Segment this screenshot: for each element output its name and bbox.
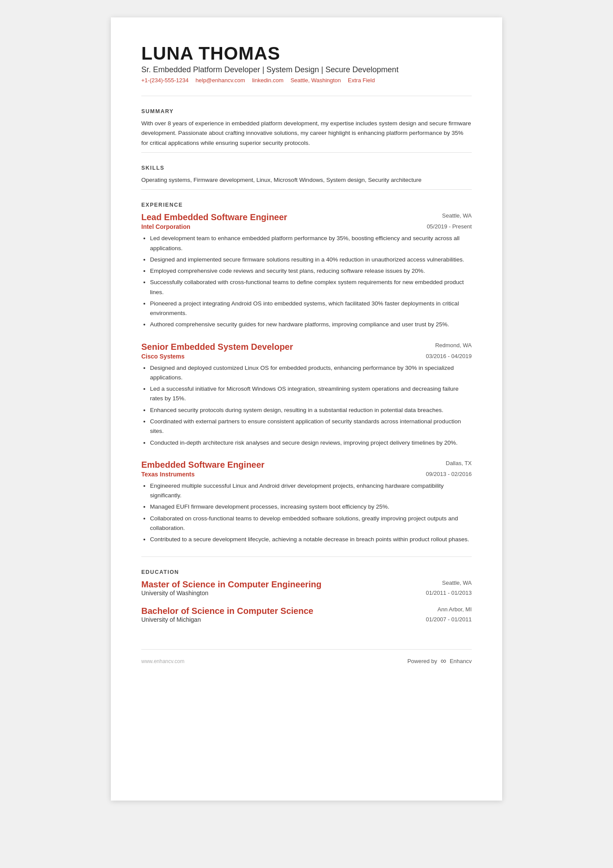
edu-2-degree: Bachelor of Science in Computer Science bbox=[141, 606, 313, 616]
bullet: Employed comprehensive code reviews and … bbox=[150, 266, 472, 276]
bullet: Conducted in-depth architecture risk ana… bbox=[150, 438, 472, 448]
job-3-title: Embedded Software Engineer bbox=[141, 460, 264, 470]
footer-logo: Powered by ∞ Enhancv bbox=[407, 657, 472, 666]
job-1-dates: 05/2019 - Present bbox=[427, 223, 472, 230]
edu-1-degree: Master of Science in Computer Engineerin… bbox=[141, 580, 322, 590]
edu-1-school: University of Washington bbox=[141, 590, 208, 597]
job-3-dates: 09/2013 - 02/2016 bbox=[426, 471, 472, 477]
bullet: Pioneered a project integrating Android … bbox=[150, 299, 472, 318]
job-3-company: Texas Instruments bbox=[141, 471, 195, 478]
edu-1: Master of Science in Computer Engineerin… bbox=[141, 580, 472, 597]
edu-2-school: University of Michigan bbox=[141, 616, 201, 623]
job-3: Embedded Software Engineer Dallas, TX Te… bbox=[141, 460, 472, 545]
summary-section: SUMMARY With over 8 years of experience … bbox=[141, 108, 472, 148]
linkedin: linkedin.com bbox=[252, 77, 283, 84]
resume-page: LUNA THOMAS Sr. Embedded Platform Develo… bbox=[111, 17, 502, 801]
location: Seattle, Washington bbox=[290, 77, 341, 84]
divider-experience bbox=[141, 189, 472, 190]
divider-summary bbox=[141, 96, 472, 96]
skills-label: SKILLS bbox=[141, 165, 472, 171]
edu-2-meta: University of Michigan 01/2007 - 01/2011 bbox=[141, 616, 472, 623]
job-2-company: Cisco Systems bbox=[141, 353, 185, 360]
header: LUNA THOMAS Sr. Embedded Platform Develo… bbox=[141, 44, 472, 84]
job-2-header: Senior Embedded System Developer Redmond… bbox=[141, 342, 472, 352]
extra-field: Extra Field bbox=[348, 77, 375, 84]
bullet: Collaborated on cross-functional teams t… bbox=[150, 514, 472, 533]
enhancv-icon: ∞ bbox=[441, 657, 446, 666]
email: help@enhancv.com bbox=[196, 77, 245, 84]
job-2: Senior Embedded System Developer Redmond… bbox=[141, 342, 472, 448]
job-1-company: Intel Corporation bbox=[141, 223, 190, 230]
bullet: Coordinated with external partners to en… bbox=[150, 417, 472, 436]
edu-1-header: Master of Science in Computer Engineerin… bbox=[141, 580, 472, 590]
bullet: Authored comprehensive security guides f… bbox=[150, 320, 472, 329]
job-3-bullets: Engineered multiple successful Linux and… bbox=[141, 481, 472, 545]
job-title-headline: Sr. Embedded Platform Developer | System… bbox=[141, 65, 472, 74]
job-1-title: Lead Embedded Software Engineer bbox=[141, 212, 287, 222]
job-2-location: Redmond, WA bbox=[435, 342, 472, 349]
divider-education bbox=[141, 556, 472, 557]
job-2-bullets: Designed and deployed customized Linux O… bbox=[141, 363, 472, 448]
edu-2-header: Bachelor of Science in Computer Science … bbox=[141, 606, 472, 616]
job-1-bullets: Led development team to enhance embedded… bbox=[141, 234, 472, 329]
job-1: Lead Embedded Software Engineer Seattle,… bbox=[141, 212, 472, 329]
summary-label: SUMMARY bbox=[141, 108, 472, 114]
divider-skills bbox=[141, 152, 472, 153]
job-2-meta: Cisco Systems 03/2016 - 04/2019 bbox=[141, 353, 472, 360]
contact-line: +1-(234)-555-1234 help@enhancv.com linke… bbox=[141, 77, 472, 84]
job-3-location: Dallas, TX bbox=[446, 460, 472, 466]
job-2-dates: 03/2016 - 04/2019 bbox=[426, 353, 472, 359]
bullet: Designed and implemented secure firmware… bbox=[150, 255, 472, 265]
full-name: LUNA THOMAS bbox=[141, 44, 472, 64]
bullet: Led a successful initiative for Microsof… bbox=[150, 384, 472, 404]
footer: www.enhancv.com Powered by ∞ Enhancv bbox=[141, 649, 472, 666]
job-2-title: Senior Embedded System Developer bbox=[141, 342, 293, 352]
edu-2-dates: 01/2007 - 01/2011 bbox=[426, 616, 472, 623]
edu-1-meta: University of Washington 01/2011 - 01/20… bbox=[141, 590, 472, 597]
bullet: Designed and deployed customized Linux O… bbox=[150, 363, 472, 383]
education-section: EDUCATION Master of Science in Computer … bbox=[141, 569, 472, 623]
job-1-location: Seattle, WA bbox=[442, 212, 472, 219]
edu-2: Bachelor of Science in Computer Science … bbox=[141, 606, 472, 623]
bullet: Engineered multiple successful Linux and… bbox=[150, 481, 472, 501]
bullet: Enhanced security protocols during syste… bbox=[150, 406, 472, 415]
bullet: Led development team to enhance embedded… bbox=[150, 234, 472, 253]
powered-by-text: Powered by bbox=[407, 658, 437, 664]
job-1-header: Lead Embedded Software Engineer Seattle,… bbox=[141, 212, 472, 222]
job-3-meta: Texas Instruments 09/2013 - 02/2016 bbox=[141, 471, 472, 478]
bullet: Successfully collaborated with cross-fun… bbox=[150, 278, 472, 297]
edu-1-dates: 01/2011 - 01/2013 bbox=[426, 590, 472, 597]
summary-text: With over 8 years of experience in embed… bbox=[141, 119, 472, 148]
skills-section: SKILLS Operating systems, Firmware devel… bbox=[141, 165, 472, 185]
experience-label: EXPERIENCE bbox=[141, 202, 472, 208]
education-label: EDUCATION bbox=[141, 569, 472, 575]
bullet: Managed EUFI firmware development proces… bbox=[150, 502, 472, 512]
edu-1-location: Seattle, WA bbox=[442, 580, 472, 586]
phone: +1-(234)-555-1234 bbox=[141, 77, 189, 84]
edu-2-location: Ann Arbor, MI bbox=[437, 606, 472, 613]
skills-text: Operating systems, Firmware development,… bbox=[141, 175, 472, 185]
brand-name: Enhancv bbox=[450, 658, 472, 664]
job-3-header: Embedded Software Engineer Dallas, TX bbox=[141, 460, 472, 470]
experience-section: EXPERIENCE Lead Embedded Software Engine… bbox=[141, 202, 472, 544]
bullet: Contributed to a secure development life… bbox=[150, 535, 472, 544]
job-1-meta: Intel Corporation 05/2019 - Present bbox=[141, 223, 472, 230]
footer-website: www.enhancv.com bbox=[141, 658, 184, 664]
